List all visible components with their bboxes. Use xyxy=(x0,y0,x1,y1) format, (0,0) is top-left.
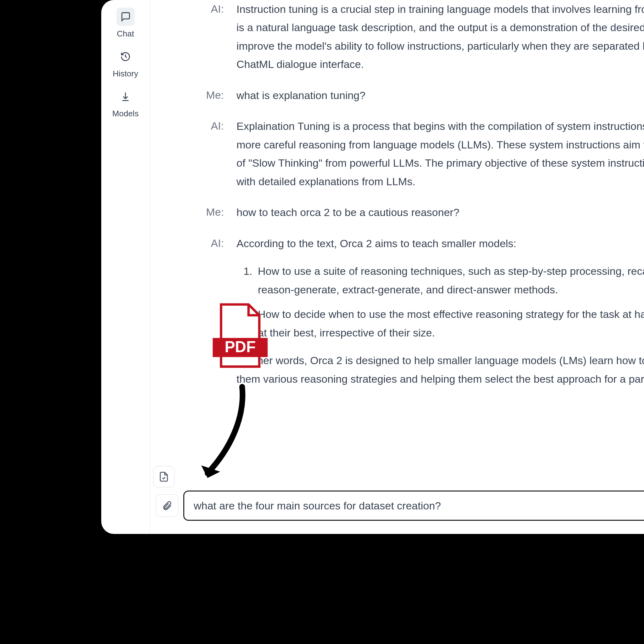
message-content: what is explanation tuning? xyxy=(236,86,644,104)
message-input-wrap[interactable] xyxy=(183,491,644,521)
turn-ai: AI: Explaination Tuning is a process tha… xyxy=(150,117,644,203)
conversation: AI: Instruction tuning is a crucial step… xyxy=(150,0,644,534)
sidebar: Chat History Models xyxy=(101,0,150,534)
ordered-list: How to use a suite of reasoning techniqu… xyxy=(236,262,644,342)
sidebar-item-history[interactable]: History xyxy=(113,47,138,79)
sidebar-item-models[interactable]: Models xyxy=(112,87,139,119)
list-item: How to use a suite of reasoning techniqu… xyxy=(255,262,644,299)
sidebar-item-label: Models xyxy=(112,109,139,119)
sidebar-item-label: Chat xyxy=(117,29,134,39)
message-input[interactable] xyxy=(194,500,644,512)
download-icon xyxy=(116,87,135,106)
message-content: Explaination Tuning is a process that be… xyxy=(236,117,644,191)
turn-me: Me: how to teach orca 2 to be a cautious… xyxy=(150,203,644,234)
file-check-icon xyxy=(158,471,169,482)
sidebar-item-label: History xyxy=(113,69,138,79)
main-panel: AI: Instruction tuning is a crucial step… xyxy=(150,0,644,534)
message-content: Instruction tuning is a crucial step in … xyxy=(236,0,644,74)
attached-file-chip[interactable] xyxy=(153,466,175,487)
app-window: Chat History Models AI: Instruction tuni… xyxy=(101,0,644,534)
composer xyxy=(150,491,644,521)
message-content: how to teach orca 2 to be a cautious rea… xyxy=(236,203,644,221)
turn-ai: AI: Instruction tuning is a crucial step… xyxy=(150,0,644,86)
attach-button[interactable] xyxy=(156,494,178,517)
speaker-label: Me: xyxy=(150,203,236,221)
speaker-label: Me: xyxy=(150,86,236,104)
sidebar-item-chat[interactable]: Chat xyxy=(116,8,135,39)
message-content: According to the text, Orca 2 aims to te… xyxy=(236,234,644,388)
paperclip-icon xyxy=(162,500,172,511)
speaker-label: AI: xyxy=(150,0,236,18)
history-icon xyxy=(116,47,135,66)
chat-icon xyxy=(116,8,135,26)
list-item: How to decide when to use the most effec… xyxy=(255,305,644,342)
turn-me: Me: what is explanation tuning? xyxy=(150,86,644,117)
turn-ai: AI: According to the text, Orca 2 aims t… xyxy=(150,234,644,401)
speaker-label: AI: xyxy=(150,234,236,253)
speaker-label: AI: xyxy=(150,117,236,135)
